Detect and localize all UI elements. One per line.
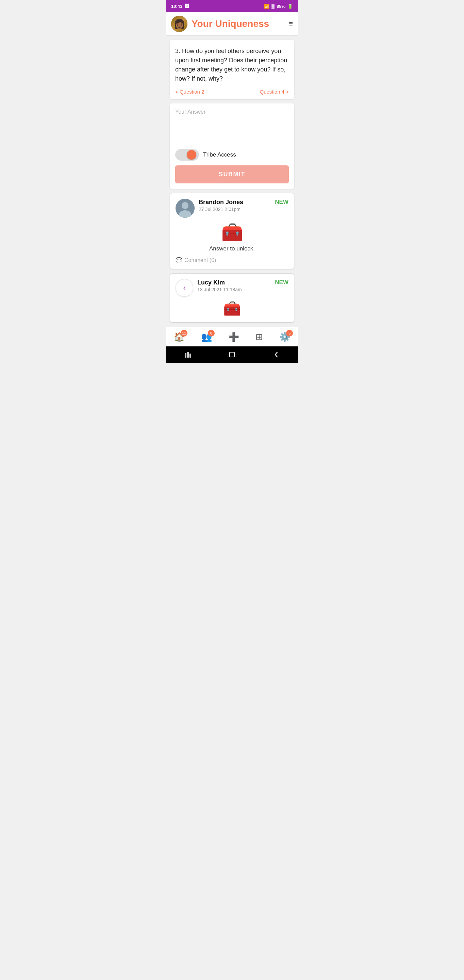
home-badge: 11 bbox=[181, 330, 188, 337]
tribe-access-row: Tribe Access bbox=[175, 149, 289, 161]
question-text: 3. How do you feel others perceive you u… bbox=[175, 47, 289, 83]
brandon-new-badge: NEW bbox=[275, 199, 288, 205]
android-nav-bar bbox=[166, 347, 298, 363]
nav-grid[interactable]: ⊞ bbox=[253, 331, 266, 344]
bottom-nav: 11 🏠 0 👥 ➕ ⊞ 5 ⚙️ bbox=[166, 327, 298, 347]
menu-button[interactable]: ≡ bbox=[288, 20, 293, 27]
nav-settings[interactable]: 5 ⚙️ bbox=[276, 331, 293, 344]
answer-card: Tribe Access SUBMIT bbox=[170, 103, 294, 189]
comment-row-brandon[interactable]: 💬 Comment (0) bbox=[176, 257, 288, 263]
tribe-access-toggle[interactable] bbox=[175, 149, 199, 161]
brandon-avatar bbox=[176, 199, 195, 218]
response-header-brandon: Brandon Jones 27 Jul 2021 2:01pm NEW bbox=[176, 199, 288, 218]
status-time: 10:43 bbox=[171, 4, 182, 9]
photo-icon: 🖼 bbox=[184, 3, 189, 9]
wifi-icon: 📶 bbox=[264, 4, 269, 9]
battery-level: 88% bbox=[276, 4, 285, 9]
signal-icon: ▓ bbox=[272, 4, 275, 8]
submit-button[interactable]: SUBMIT bbox=[175, 165, 289, 183]
response-header-lucy: ‹ Lucy Kim 13 Jul 2021 11:18am NEW bbox=[176, 279, 288, 297]
lucy-time: 13 Jul 2021 11:18am bbox=[197, 287, 271, 292]
tribe-access-label: Tribe Access bbox=[203, 151, 236, 158]
android-back-btn[interactable] bbox=[272, 351, 280, 358]
comment-icon: 💬 bbox=[176, 257, 182, 263]
question-nav: < Question 2 Question 4 > bbox=[175, 89, 289, 95]
back-chevron-icon: ‹ bbox=[183, 283, 185, 292]
app-title: Your Uniqueness bbox=[192, 18, 284, 29]
lucy-new-badge: NEW bbox=[275, 279, 288, 286]
response-card-brandon: Brandon Jones 27 Jul 2021 2:01pm NEW 🧰 A… bbox=[170, 193, 294, 269]
svg-point-1 bbox=[182, 202, 189, 209]
grid-icon: ⊞ bbox=[256, 332, 263, 342]
chest-icon: 🧰 bbox=[176, 222, 288, 243]
svg-rect-6 bbox=[230, 352, 234, 357]
brandon-name: Brandon Jones bbox=[199, 199, 271, 206]
nav-home[interactable]: 11 🏠 bbox=[171, 331, 188, 344]
response-card-lucy: ‹ Lucy Kim 13 Jul 2021 11:18am NEW 🧰 bbox=[170, 273, 294, 323]
svg-rect-5 bbox=[189, 353, 191, 358]
back-button[interactable]: ‹ bbox=[176, 279, 193, 297]
avatar: 👩🏾 bbox=[171, 16, 188, 32]
brandon-response-body: 🧰 Answer to unlock. bbox=[176, 222, 288, 252]
main-content: 3. How do you feel others perceive you u… bbox=[166, 36, 298, 327]
toggle-thumb bbox=[187, 150, 196, 159]
status-bar: 10:43 🖼 📶 ▓ 88% 🔋 bbox=[166, 0, 298, 12]
lucy-response-body: 🧰 bbox=[176, 300, 288, 317]
header: 👩🏾 Your Uniqueness ≡ bbox=[166, 12, 298, 36]
community-badge: 0 bbox=[208, 330, 215, 337]
battery-icon: 🔋 bbox=[288, 4, 293, 9]
lucy-chest-icon: 🧰 bbox=[223, 301, 241, 317]
brandon-meta: Brandon Jones 27 Jul 2021 2:01pm bbox=[199, 199, 271, 212]
answer-input[interactable] bbox=[175, 109, 289, 143]
lucy-name: Lucy Kim bbox=[197, 279, 271, 286]
nav-add[interactable]: ➕ bbox=[226, 331, 242, 344]
lucy-meta: Lucy Kim 13 Jul 2021 11:18am bbox=[197, 279, 271, 292]
android-home-btn[interactable] bbox=[228, 351, 236, 358]
add-icon: ➕ bbox=[228, 332, 239, 342]
svg-rect-4 bbox=[187, 352, 189, 358]
next-question-link[interactable]: Question 4 > bbox=[260, 89, 289, 95]
svg-rect-3 bbox=[185, 353, 186, 358]
question-card: 3. How do you feel others perceive you u… bbox=[170, 40, 294, 99]
nav-community[interactable]: 0 👥 bbox=[198, 331, 215, 344]
avatar-image: 👩🏾 bbox=[171, 16, 188, 32]
android-recents-btn[interactable] bbox=[184, 351, 192, 358]
comment-label: Comment (0) bbox=[184, 257, 216, 263]
prev-question-link[interactable]: < Question 2 bbox=[175, 89, 204, 95]
settings-badge: 5 bbox=[286, 330, 293, 337]
brandon-time: 27 Jul 2021 2:01pm bbox=[199, 207, 271, 212]
lock-text: Answer to unlock. bbox=[176, 245, 288, 252]
